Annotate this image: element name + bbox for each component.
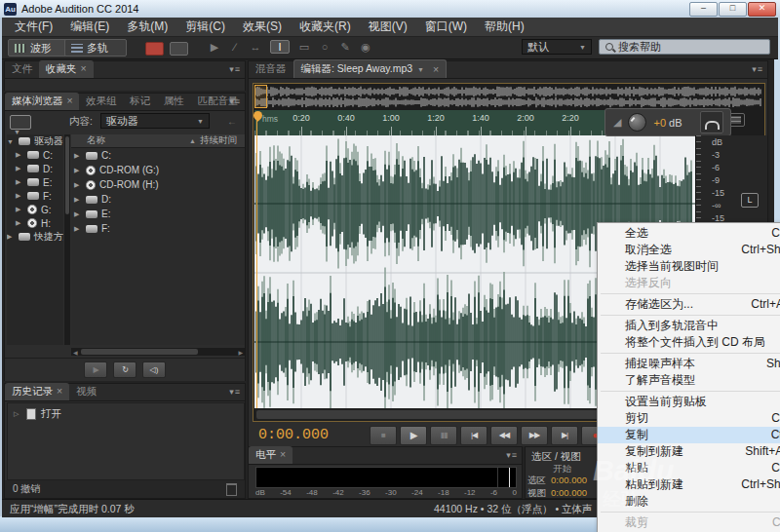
files-tab-1[interactable]: 收藏夹×	[39, 60, 94, 78]
menu-item-0[interactable]: 文件(F)	[6, 16, 61, 38]
tree-item-4[interactable]: ▶G:	[7, 203, 63, 216]
overview-view-indicator[interactable]	[254, 85, 267, 108]
maximize-button[interactable]: □	[719, 2, 747, 17]
skip-to-start-button[interactable]: |◀	[460, 426, 488, 445]
spot-healing-tool[interactable]: ◉	[360, 41, 371, 54]
list-item-4[interactable]: ▶E:	[71, 207, 245, 221]
menu-item-4[interactable]: 效果(S)	[234, 16, 291, 38]
menu-item-8[interactable]: 帮助(H)	[476, 16, 533, 38]
browser-tab-3[interactable]: 属性	[157, 93, 191, 110]
context-menu-item-5[interactable]: 存储选区为...Ctrl+Alt+S	[598, 296, 780, 313]
playhead-line[interactable]	[256, 117, 257, 408]
overview-waveform[interactable]	[254, 85, 763, 109]
close-tab-icon[interactable]: ×	[81, 62, 87, 74]
view-start-value[interactable]: 0:00.000	[551, 487, 587, 498]
list-item-5[interactable]: ▶F:	[71, 221, 245, 236]
browser-tab-0[interactable]: 媒体浏览器×	[5, 93, 79, 110]
close-tab-icon[interactable]: ×	[433, 63, 439, 75]
tree-item-1[interactable]: ▶D:	[7, 162, 63, 175]
context-menu-item-7[interactable]: 插入到多轨混音中	[598, 318, 780, 334]
browser-tab-2[interactable]: 标记	[123, 93, 157, 110]
lasso-selection-tool[interactable]: ○	[319, 41, 331, 53]
stop-button[interactable]: ■	[370, 426, 397, 445]
rewind-button[interactable]: ◀◀	[490, 426, 518, 445]
list-item-3[interactable]: ▶D:	[71, 192, 245, 207]
content-dropdown[interactable]: 驱动器 ▼	[100, 113, 210, 129]
navigate-up-icon[interactable]: ←	[227, 116, 237, 127]
panel-menu-icon[interactable]: ▾≡	[506, 450, 518, 460]
selection-start-value[interactable]: 0:00.000	[551, 475, 587, 485]
razor-tool[interactable]: ∕	[229, 41, 241, 53]
search-help-input[interactable]: 搜索帮助	[599, 39, 770, 55]
context-menu-item-2[interactable]: 选择当前视图时间	[598, 258, 780, 275]
menu-item-5[interactable]: 收藏夹(R)	[291, 16, 360, 38]
menu-item-2[interactable]: 多轨(M)	[118, 16, 176, 38]
context-menu-item-11[interactable]: 了解声音模型	[598, 372, 780, 389]
move-tool[interactable]: ▶	[209, 41, 220, 54]
workspace-dropdown[interactable]: 默认 ▼	[522, 39, 592, 55]
close-button[interactable]: ✕	[748, 2, 776, 17]
loop-preview-button[interactable]: ↻	[113, 361, 136, 378]
display-mode-icon[interactable]	[10, 115, 31, 130]
tree-item-3[interactable]: ▶F:	[7, 189, 63, 203]
skip-to-end-button[interactable]: ▶|	[551, 426, 578, 445]
tree-root-drives[interactable]: ▼驱动器	[7, 134, 63, 148]
menu-item-1[interactable]: 编辑(E)	[61, 16, 118, 38]
history-entry[interactable]: ▷ 打开	[8, 403, 244, 425]
panel-menu-icon[interactable]: ▾≡	[229, 96, 241, 106]
pause-button[interactable]: ▮▮	[430, 426, 457, 445]
context-menu-item-1[interactable]: 取消全选Ctrl+Shift+A	[598, 242, 780, 258]
tab-mixer[interactable]: 混音器	[249, 60, 293, 78]
list-item-2[interactable]: ▶CD-ROM (H:)	[71, 177, 245, 192]
tab-levels[interactable]: 电平×	[249, 446, 292, 464]
fast-forward-button[interactable]: ▶▶	[521, 426, 548, 445]
context-menu-item-8[interactable]: 将整个文件插入到 CD 布局	[598, 334, 780, 351]
tree-item-5[interactable]: ▶H:	[7, 216, 63, 230]
menu-item-3[interactable]: 剪辑(C)	[176, 16, 234, 38]
duration-column-header[interactable]: 持续时间	[200, 134, 237, 147]
panel-menu-icon[interactable]: ▾≡	[752, 64, 763, 74]
play-button[interactable]: ▶	[400, 426, 427, 445]
context-menu-item-14[interactable]: 剪切Ctrl+X	[598, 410, 780, 427]
list-item-1[interactable]: ▶CD-ROM (G:)	[71, 163, 245, 177]
minimize-button[interactable]: –	[689, 2, 718, 17]
multitrack-mode-button[interactable]: 多轨	[64, 39, 127, 57]
panel-menu-icon[interactable]: ▾≡	[229, 64, 241, 74]
context-menu-item-19[interactable]: 删除	[598, 493, 780, 510]
close-tab-icon[interactable]: ×	[280, 448, 286, 460]
browser-hscrollbar[interactable]: ◀ ▶	[71, 348, 245, 356]
files-tab-0[interactable]: 文件	[5, 60, 39, 78]
tree-item-0[interactable]: ▶C:	[7, 148, 63, 162]
preview-play-button[interactable]: ▶	[84, 361, 107, 378]
monitor-button[interactable]	[700, 111, 723, 133]
tree-scrollbar[interactable]	[64, 134, 70, 345]
context-menu-item-16[interactable]: 复制到新建Shift+Alt+C	[598, 443, 780, 460]
tab-editor[interactable]: 编辑器: Sleep Away.mp3 ▼ ×	[293, 59, 448, 78]
panel-menu-icon[interactable]: ▾≡	[229, 387, 241, 397]
context-menu-item-18[interactable]: 粘贴到新建Ctrl+Shift+V	[598, 476, 780, 493]
context-menu-item-13[interactable]: 设置当前剪贴板	[598, 394, 780, 410]
preview-volume-button[interactable]: ◁)	[142, 361, 166, 378]
context-menu-item-0[interactable]: 全选Ctrl+A	[598, 225, 780, 242]
gain-knob[interactable]	[628, 113, 646, 132]
name-column-header[interactable]: 名称	[87, 134, 105, 147]
marquee-selection-tool[interactable]: ▭	[298, 41, 310, 54]
menu-item-7[interactable]: 窗口(W)	[416, 16, 476, 38]
time-display[interactable]: 0:00.000	[258, 427, 329, 443]
waveform-mode-button[interactable]: 波形	[8, 39, 70, 57]
menu-item-6[interactable]: 视图(V)	[360, 16, 416, 38]
spectral-display-icon[interactable]	[145, 42, 164, 56]
context-menu-item-17[interactable]: 粘贴Ctrl+V	[598, 460, 780, 476]
channel-left-badge[interactable]: L	[741, 193, 759, 208]
time-selection-tool[interactable]: I	[270, 40, 290, 54]
close-tab-icon[interactable]: ×	[57, 385, 62, 397]
browser-tab-1[interactable]: 效果组	[79, 93, 123, 110]
trash-icon[interactable]	[226, 483, 237, 496]
waveform-display-icon[interactable]	[170, 42, 188, 56]
slip-tool[interactable]: ↔	[250, 41, 261, 53]
close-tab-icon[interactable]: ×	[67, 95, 73, 106]
context-menu-item-10[interactable]: 捕捉噪声样本Shift+P	[598, 356, 780, 372]
paintbrush-tool[interactable]: ✎	[339, 41, 351, 54]
history-tab-1[interactable]: 视频	[69, 383, 103, 400]
tree-item-shortcuts[interactable]: ▶快捷方式	[7, 230, 63, 244]
